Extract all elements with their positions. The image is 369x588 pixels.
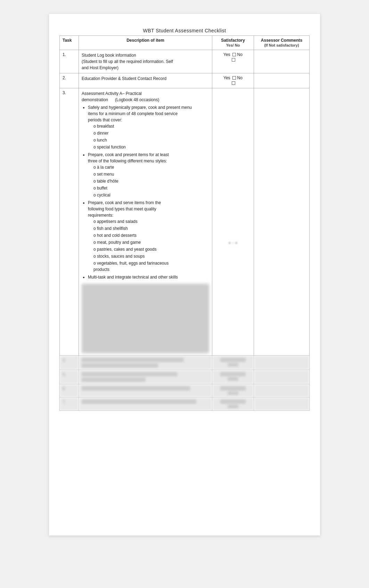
comments-4 bbox=[254, 356, 310, 370]
task-number-5: 5. bbox=[60, 370, 79, 384]
satisfactory-2: Yes No bbox=[212, 73, 254, 88]
table-row: 7. bbox=[60, 397, 310, 411]
task-description-1: Student Log book information (Student to… bbox=[79, 50, 212, 73]
task-number-2: 2. bbox=[60, 73, 79, 88]
table-row: 4. bbox=[60, 356, 310, 370]
satisfactory-5 bbox=[212, 370, 254, 384]
comments-6 bbox=[254, 384, 310, 397]
comments-2 bbox=[254, 73, 310, 88]
satisfactory-4 bbox=[212, 356, 254, 370]
task-number-1: 1. bbox=[60, 50, 79, 73]
task-number-3: 3. bbox=[60, 88, 79, 356]
table-row: 5. bbox=[60, 370, 310, 384]
task-description-5 bbox=[79, 370, 212, 384]
task-description-3: Assessment Activity A– Practical demonst… bbox=[79, 88, 212, 356]
task-description-7 bbox=[79, 397, 212, 411]
table-row: 2. Education Provider & Student Contact … bbox=[60, 73, 310, 88]
col-header-description: Description of item bbox=[79, 36, 212, 50]
blurred-content-3 bbox=[82, 284, 209, 353]
col-header-task: Task bbox=[60, 36, 79, 50]
table-row: 1. Student Log book information (Student… bbox=[60, 50, 310, 73]
task-description-2: Education Provider & Student Contact Rec… bbox=[79, 73, 212, 88]
table-row: 6. bbox=[60, 384, 310, 397]
comments-3 bbox=[254, 88, 310, 356]
task-number-6: 6. bbox=[60, 384, 79, 397]
satisfactory-1: Yes No bbox=[212, 50, 254, 73]
task-description-6 bbox=[79, 384, 212, 397]
satisfactory-7 bbox=[212, 397, 254, 411]
col-header-satisfactory: Satisfactory Yes/ No bbox=[212, 36, 254, 50]
assessment-table: Task Description of item Satisfactory Ye… bbox=[59, 35, 310, 411]
table-row: 3. Assessment Activity A– Practical demo… bbox=[60, 88, 310, 356]
comments-5 bbox=[254, 370, 310, 384]
task-number-7: 7. bbox=[60, 397, 79, 411]
satisfactory-3: ● ○ ● bbox=[212, 88, 254, 356]
comments-1 bbox=[254, 50, 310, 73]
comments-7 bbox=[254, 397, 310, 411]
page: WBT Student Assessment Checklist Task De… bbox=[49, 14, 320, 535]
col-header-comments: Assessor Comments (If Not satisfactory) bbox=[254, 36, 310, 50]
table-header: Task Description of item Satisfactory Ye… bbox=[60, 36, 310, 50]
satisfactory-6 bbox=[212, 384, 254, 397]
task-number-4: 4. bbox=[60, 356, 79, 370]
page-title: WBT Student Assessment Checklist bbox=[59, 28, 310, 33]
task-description-4 bbox=[79, 356, 212, 370]
